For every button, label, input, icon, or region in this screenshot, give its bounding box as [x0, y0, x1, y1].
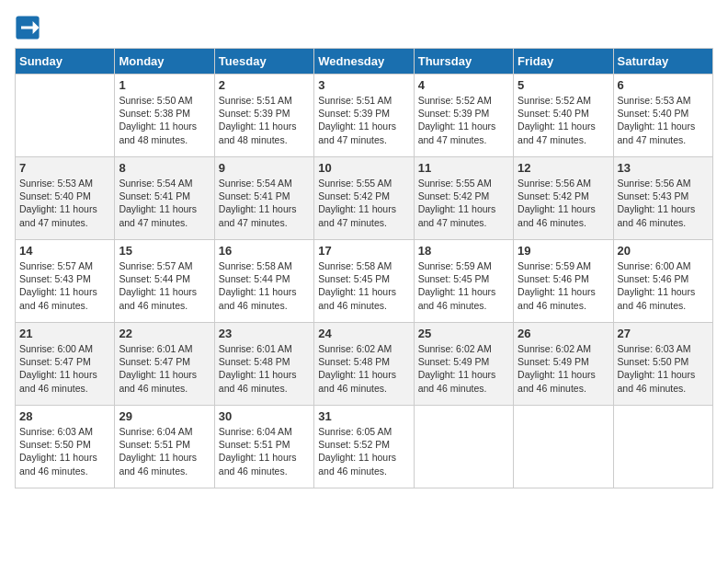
day-number: 20 — [618, 244, 709, 258]
calendar-cell: 10Sunrise: 5:55 AM Sunset: 5:42 PM Dayli… — [314, 157, 414, 240]
day-number: 14 — [19, 244, 110, 258]
calendar-cell: 1Sunrise: 5:50 AM Sunset: 5:38 PM Daylig… — [115, 75, 214, 157]
day-number: 9 — [219, 161, 310, 175]
day-number: 1 — [119, 78, 210, 92]
header-saturday: Saturday — [613, 49, 712, 75]
week-row-3: 14Sunrise: 5:57 AM Sunset: 5:43 PM Dayli… — [16, 240, 713, 323]
calendar-cell: 14Sunrise: 5:57 AM Sunset: 5:43 PM Dayli… — [16, 240, 115, 323]
calendar-cell: 19Sunrise: 5:59 AM Sunset: 5:46 PM Dayli… — [514, 240, 613, 323]
week-row-4: 21Sunrise: 6:00 AM Sunset: 5:47 PM Dayli… — [16, 323, 713, 406]
day-info: Sunrise: 5:58 AM Sunset: 5:45 PM Dayligh… — [318, 259, 409, 312]
calendar-cell: 17Sunrise: 5:58 AM Sunset: 5:45 PM Dayli… — [314, 240, 414, 323]
week-row-5: 28Sunrise: 6:03 AM Sunset: 5:50 PM Dayli… — [16, 406, 713, 488]
day-info: Sunrise: 6:05 AM Sunset: 5:52 PM Dayligh… — [318, 425, 409, 477]
calendar-cell: 24Sunrise: 6:02 AM Sunset: 5:48 PM Dayli… — [314, 323, 414, 406]
calendar-cell: 11Sunrise: 5:55 AM Sunset: 5:42 PM Dayli… — [414, 157, 513, 240]
day-number: 24 — [318, 327, 409, 340]
day-number: 13 — [618, 161, 709, 175]
calendar-cell — [514, 406, 613, 488]
day-info: Sunrise: 5:59 AM Sunset: 5:46 PM Dayligh… — [518, 259, 609, 312]
day-info: Sunrise: 5:58 AM Sunset: 5:44 PM Dayligh… — [219, 259, 310, 312]
day-info: Sunrise: 5:53 AM Sunset: 5:40 PM Dayligh… — [19, 177, 110, 229]
calendar-cell: 20Sunrise: 6:00 AM Sunset: 5:46 PM Dayli… — [613, 240, 712, 323]
day-info: Sunrise: 5:57 AM Sunset: 5:44 PM Dayligh… — [119, 259, 210, 312]
day-info: Sunrise: 5:54 AM Sunset: 5:41 PM Dayligh… — [219, 177, 310, 229]
day-info: Sunrise: 6:02 AM Sunset: 5:48 PM Dayligh… — [318, 342, 409, 395]
day-number: 30 — [219, 409, 310, 423]
calendar-cell: 18Sunrise: 5:59 AM Sunset: 5:45 PM Dayli… — [414, 240, 513, 323]
calendar-cell: 27Sunrise: 6:03 AM Sunset: 5:50 PM Dayli… — [613, 323, 712, 406]
day-info: Sunrise: 5:53 AM Sunset: 5:40 PM Dayligh… — [618, 94, 709, 146]
day-number: 8 — [119, 161, 210, 175]
day-info: Sunrise: 6:04 AM Sunset: 5:51 PM Dayligh… — [219, 425, 310, 477]
day-info: Sunrise: 5:56 AM Sunset: 5:42 PM Dayligh… — [518, 177, 609, 229]
calendar-cell: 5Sunrise: 5:52 AM Sunset: 5:40 PM Daylig… — [514, 75, 613, 157]
day-number: 3 — [318, 78, 409, 92]
day-info: Sunrise: 6:01 AM Sunset: 5:48 PM Dayligh… — [219, 342, 310, 395]
header-row: SundayMondayTuesdayWednesdayThursdayFrid… — [16, 49, 713, 75]
day-number: 4 — [418, 78, 509, 92]
day-info: Sunrise: 6:00 AM Sunset: 5:46 PM Dayligh… — [618, 259, 709, 312]
calendar-cell: 29Sunrise: 6:04 AM Sunset: 5:51 PM Dayli… — [115, 406, 214, 488]
header-monday: Monday — [115, 49, 214, 75]
calendar-cell: 26Sunrise: 6:02 AM Sunset: 5:49 PM Dayli… — [514, 323, 613, 406]
day-number: 26 — [518, 327, 609, 340]
day-number: 16 — [219, 244, 310, 258]
calendar-cell — [414, 406, 513, 488]
week-row-2: 7Sunrise: 5:53 AM Sunset: 5:40 PM Daylig… — [16, 157, 713, 240]
header-tuesday: Tuesday — [214, 49, 313, 75]
calendar-table: SundayMondayTuesdayWednesdayThursdayFrid… — [15, 48, 713, 488]
day-info: Sunrise: 6:04 AM Sunset: 5:51 PM Dayligh… — [119, 425, 210, 477]
day-info: Sunrise: 6:02 AM Sunset: 5:49 PM Dayligh… — [518, 342, 609, 395]
calendar-cell: 31Sunrise: 6:05 AM Sunset: 5:52 PM Dayli… — [314, 406, 414, 488]
day-info: Sunrise: 6:03 AM Sunset: 5:50 PM Dayligh… — [19, 425, 110, 477]
day-number: 18 — [418, 244, 509, 258]
week-row-1: 1Sunrise: 5:50 AM Sunset: 5:38 PM Daylig… — [16, 75, 713, 157]
day-number: 29 — [119, 409, 210, 423]
calendar-cell: 23Sunrise: 6:01 AM Sunset: 5:48 PM Dayli… — [214, 323, 313, 406]
day-number: 28 — [19, 409, 110, 423]
day-number: 31 — [318, 409, 409, 423]
page-header — [15, 15, 713, 40]
calendar-cell: 28Sunrise: 6:03 AM Sunset: 5:50 PM Dayli… — [16, 406, 115, 488]
day-info: Sunrise: 5:56 AM Sunset: 5:43 PM Dayligh… — [618, 177, 709, 229]
logo — [15, 15, 44, 40]
day-number: 11 — [418, 161, 509, 175]
day-number: 27 — [618, 327, 709, 340]
header-thursday: Thursday — [414, 49, 513, 75]
day-info: Sunrise: 5:51 AM Sunset: 5:39 PM Dayligh… — [318, 94, 409, 146]
day-number: 21 — [19, 327, 110, 340]
calendar-cell: 16Sunrise: 5:58 AM Sunset: 5:44 PM Dayli… — [214, 240, 313, 323]
calendar-cell — [16, 75, 115, 157]
day-info: Sunrise: 5:59 AM Sunset: 5:45 PM Dayligh… — [418, 259, 509, 312]
day-number: 22 — [119, 327, 210, 340]
day-info: Sunrise: 6:03 AM Sunset: 5:50 PM Dayligh… — [618, 342, 709, 395]
calendar-cell: 8Sunrise: 5:54 AM Sunset: 5:41 PM Daylig… — [115, 157, 214, 240]
calendar-cell — [613, 406, 712, 488]
calendar-cell: 9Sunrise: 5:54 AM Sunset: 5:41 PM Daylig… — [214, 157, 313, 240]
day-number: 12 — [518, 161, 609, 175]
day-number: 15 — [119, 244, 210, 258]
calendar-cell: 4Sunrise: 5:52 AM Sunset: 5:39 PM Daylig… — [414, 75, 513, 157]
calendar-cell: 30Sunrise: 6:04 AM Sunset: 5:51 PM Dayli… — [214, 406, 313, 488]
day-number: 10 — [318, 161, 409, 175]
day-info: Sunrise: 5:52 AM Sunset: 5:40 PM Dayligh… — [518, 94, 609, 146]
calendar-cell: 7Sunrise: 5:53 AM Sunset: 5:40 PM Daylig… — [16, 157, 115, 240]
header-wednesday: Wednesday — [314, 49, 414, 75]
day-info: Sunrise: 5:55 AM Sunset: 5:42 PM Dayligh… — [418, 177, 509, 229]
calendar-cell: 13Sunrise: 5:56 AM Sunset: 5:43 PM Dayli… — [613, 157, 712, 240]
day-number: 23 — [219, 327, 310, 340]
day-number: 2 — [219, 78, 310, 92]
calendar-cell: 2Sunrise: 5:51 AM Sunset: 5:39 PM Daylig… — [214, 75, 313, 157]
header-sunday: Sunday — [16, 49, 115, 75]
header-friday: Friday — [514, 49, 613, 75]
day-number: 5 — [518, 78, 609, 92]
day-info: Sunrise: 5:51 AM Sunset: 5:39 PM Dayligh… — [219, 94, 310, 146]
logo-icon — [15, 15, 40, 40]
calendar-cell: 12Sunrise: 5:56 AM Sunset: 5:42 PM Dayli… — [514, 157, 613, 240]
day-number: 25 — [418, 327, 509, 340]
calendar-cell: 25Sunrise: 6:02 AM Sunset: 5:49 PM Dayli… — [414, 323, 513, 406]
day-number: 19 — [518, 244, 609, 258]
calendar-cell: 15Sunrise: 5:57 AM Sunset: 5:44 PM Dayli… — [115, 240, 214, 323]
day-info: Sunrise: 5:52 AM Sunset: 5:39 PM Dayligh… — [418, 94, 509, 146]
